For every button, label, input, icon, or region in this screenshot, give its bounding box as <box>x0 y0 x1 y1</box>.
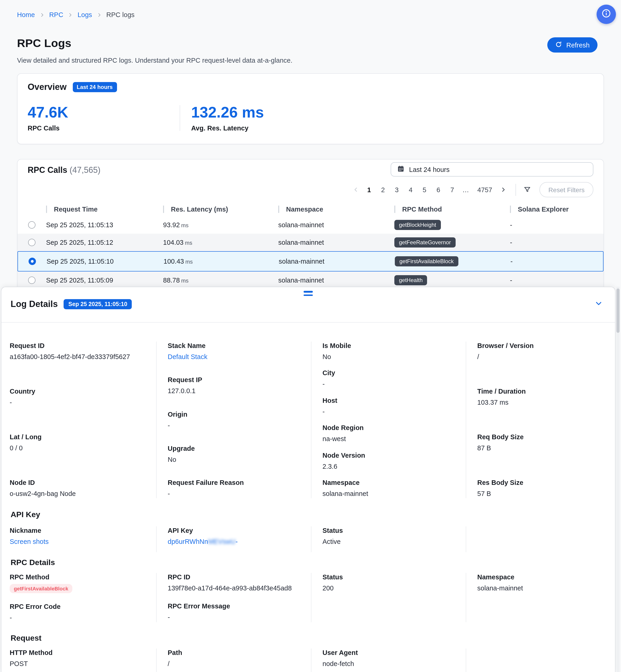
filter-icon[interactable] <box>524 186 531 194</box>
field-rpc-namespace: Namespace solana-mainnet <box>466 573 615 622</box>
nickname-link[interactable]: Screen shots <box>10 538 149 546</box>
info-button[interactable] <box>596 5 616 24</box>
pagination-divider <box>516 184 516 196</box>
rpc-calls-count: (47,565) <box>70 165 100 175</box>
rpc-details-section-title: RPC Details <box>11 558 55 567</box>
details-column-4: Browser / Version/ Time / Duration103.37… <box>466 342 615 498</box>
cell-request-time: Sep 25 2025, 11:05:13 <box>46 221 163 229</box>
field-node-id: Node IDo-usw2-4gn-bag Node <box>10 478 149 498</box>
chevron-right-icon <box>97 12 102 17</box>
pagination-page-4[interactable]: 4 <box>405 186 416 193</box>
pagination-ellipsis: … <box>460 186 471 193</box>
field-host: Host- <box>323 396 458 416</box>
field-rpc-status: Status 200 <box>311 573 466 622</box>
cell-request-time: Sep 25 2025, 11:05:10 <box>46 258 164 265</box>
table-row[interactable]: Sep 25 2025, 11:05:12 104.03ms solana-ma… <box>17 234 604 251</box>
refresh-button[interactable]: Refresh <box>547 37 597 52</box>
pagination-page-6[interactable]: 6 <box>433 186 444 193</box>
row-radio[interactable] <box>28 277 36 284</box>
cell-namespace: solana-mainnet <box>278 277 395 284</box>
field-city: City- <box>323 369 458 389</box>
chevron-right-icon <box>39 12 44 17</box>
cell-namespace: solana-mainnet <box>278 239 395 246</box>
field-api-key-status: Status Active <box>311 526 466 552</box>
pagination-page-2[interactable]: 2 <box>377 186 388 193</box>
breadcrumb-current: RPC logs <box>107 11 135 18</box>
pagination-page-last[interactable]: 4757 <box>473 186 496 193</box>
request-section-title: Request <box>11 634 41 643</box>
pagination-prev-icon[interactable] <box>351 187 361 193</box>
refresh-icon <box>555 41 562 49</box>
details-column-2: Stack NameDefault Stack Request IP127.0.… <box>156 342 311 498</box>
page-subtitle: View detailed and structured RPC logs. U… <box>17 57 293 64</box>
request-empty-column <box>466 648 615 672</box>
rpc-logs-page: Home RPC Logs RPC logs RPC Logs Refresh … <box>0 0 621 672</box>
details-column-3: Is MobileNo City- Host- Node Regionna-we… <box>311 342 466 498</box>
field-lat-long: Lat / Long0 / 0 <box>10 433 149 452</box>
rpc-method-badge: getHealth <box>395 275 427 285</box>
rpc-details-column-1: RPC Method getFirstAvailableBlock RPC Er… <box>1 573 156 622</box>
breadcrumb-logs[interactable]: Logs <box>78 11 92 18</box>
row-radio[interactable] <box>28 239 36 246</box>
field-origin: Origin- <box>168 410 303 430</box>
pagination: 1 2 3 4 5 6 7 … 4757 Reset Filters <box>351 183 593 197</box>
pagination-next-icon[interactable] <box>499 187 508 193</box>
page-title: RPC Logs <box>17 37 71 50</box>
field-nickname: Nickname Screen shots <box>1 526 156 552</box>
field-rpc-error-code: RPC Error Code - <box>10 602 149 622</box>
pagination-page-1[interactable]: 1 <box>364 186 375 193</box>
rpc-calls-title: RPC Calls (47,565) <box>28 165 100 175</box>
field-node-region: Node Regionna-west <box>323 424 458 443</box>
api-key-section-title: API Key <box>11 510 40 519</box>
stat-rpc-calls: 47.6K RPC Calls <box>28 103 180 132</box>
stack-name-link[interactable]: Default Stack <box>168 353 303 361</box>
date-range-input[interactable]: Last 24 hours <box>391 162 593 176</box>
cell-explorer: - <box>510 221 604 229</box>
drag-handle[interactable] <box>303 291 313 296</box>
rpc-method-badge: getFeeRateGovernor <box>395 237 455 247</box>
table-row[interactable]: Sep 25 2025, 11:05:09 88.78ms solana-mai… <box>17 272 604 289</box>
chevron-down-icon[interactable] <box>594 299 603 310</box>
table-row-selected[interactable]: Sep 25 2025, 11:05:10 100.43ms solana-ma… <box>17 251 604 272</box>
row-radio[interactable] <box>28 221 36 229</box>
reset-filters-button[interactable]: Reset Filters <box>540 182 593 197</box>
field-request-ip: Request IP127.0.0.1 <box>168 376 303 396</box>
pagination-page-5[interactable]: 5 <box>419 186 430 193</box>
field-namespace: Namespacesolana-mainnet <box>323 478 458 498</box>
rpc-details-column-2: RPC ID 139f78e0-a17d-464e-a993-ab84f3e45… <box>156 573 311 622</box>
scrollbar-track[interactable] <box>616 287 620 672</box>
calendar-icon <box>397 165 405 174</box>
date-range-value: Last 24 hours <box>409 166 450 173</box>
rpc-method-pink-badge: getFirstAvailableBlock <box>10 584 72 593</box>
stat-rpc-calls-label: RPC Calls <box>28 124 180 132</box>
pagination-page-7[interactable]: 7 <box>447 186 458 193</box>
cell-latency: 93.92ms <box>163 221 278 229</box>
breadcrumb-home[interactable]: Home <box>17 11 35 18</box>
overview-title: Overview <box>28 82 67 92</box>
stat-latency-label: Avg. Res. Latency <box>191 124 264 132</box>
row-radio-selected[interactable] <box>29 258 36 265</box>
field-request-failure-reason: Request Failure Reason- <box>168 478 303 498</box>
field-is-mobile: Is MobileNo <box>323 342 458 361</box>
stat-rpc-calls-value: 47.6K <box>28 103 180 122</box>
scrollbar-thumb[interactable] <box>616 288 620 333</box>
rpc-method-badge: getFirstAvailableBlock <box>395 256 458 266</box>
field-req-body-size: Req Body Size87 B <box>477 433 608 452</box>
overview-range-badge: Last 24 hours <box>73 82 117 92</box>
cell-explorer: - <box>510 258 603 265</box>
api-key-link[interactable]: dp6urRWhNnMEVswU- <box>168 538 303 546</box>
col-request-time: Request Time <box>46 205 163 213</box>
cell-latency: 88.78ms <box>163 277 278 284</box>
field-api-key: API Key dp6urRWhNnMEVswU- <box>156 526 311 552</box>
pagination-page-3[interactable]: 3 <box>391 186 402 193</box>
col-rpc-method: RPC Method <box>395 205 510 213</box>
breadcrumb-rpc[interactable]: RPC <box>49 11 63 18</box>
col-latency: Res. Latency (ms) <box>163 205 278 213</box>
table-row[interactable]: Sep 25 2025, 11:05:13 93.92ms solana-mai… <box>17 216 604 234</box>
cell-request-time: Sep 25 2025, 11:05:09 <box>46 277 163 284</box>
cell-explorer: - <box>510 277 604 284</box>
cell-request-time: Sep 25 2025, 11:05:12 <box>46 239 163 246</box>
col-namespace: Namespace <box>278 205 395 213</box>
chevron-right-icon <box>68 12 73 17</box>
field-request-id: Request IDa163fa00-1805-4ef2-bf47-de3337… <box>10 342 149 361</box>
